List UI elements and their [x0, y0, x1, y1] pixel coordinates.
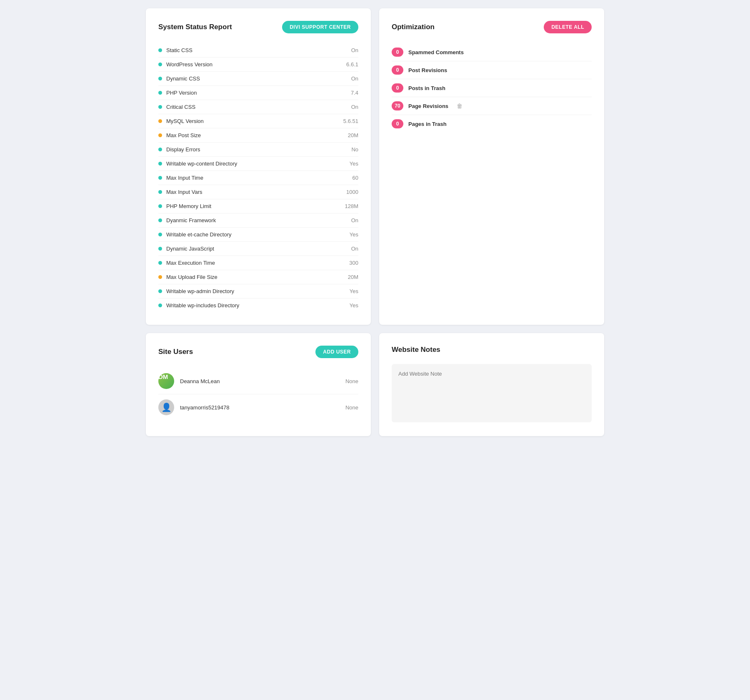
status-row: Dynamic CSS On [158, 72, 358, 86]
add-user-button[interactable]: ADD USER [315, 346, 358, 358]
site-users-title: Site Users [158, 348, 193, 356]
status-left: Dynamic CSS [158, 75, 200, 82]
optimization-header: Optimization DELETE ALL [392, 21, 592, 33]
status-value: 128M [345, 203, 358, 209]
status-row: Writable wp-admin Directory Yes [158, 284, 358, 299]
user-name: Deanna McLean [180, 378, 340, 384]
status-left: Max Execution Time [158, 260, 215, 266]
status-value: 6.6.1 [346, 61, 358, 68]
status-row: PHP Version 7.4 [158, 86, 358, 100]
website-notes-input[interactable] [392, 364, 592, 422]
optimization-row: 0 Post Revisions [392, 61, 592, 79]
status-dot [158, 304, 162, 307]
status-value: Yes [350, 302, 358, 309]
opt-label: Post Revisions [408, 67, 447, 73]
system-status-title: System Status Report [158, 23, 232, 31]
optimization-card: Optimization DELETE ALL 0 Spammed Commen… [379, 8, 604, 325]
status-left: Critical CSS [158, 104, 195, 110]
divi-support-center-button[interactable]: DIVI SUPPORT CENTER [282, 21, 358, 33]
status-label: Max Execution Time [166, 260, 215, 266]
optimization-list: 0 Spammed Comments 0 Post Revisions 0 Po… [392, 43, 592, 133]
status-row: WordPress Version 6.6.1 [158, 58, 358, 72]
status-value: 5.6.51 [343, 118, 358, 124]
status-label: PHP Version [166, 90, 197, 96]
status-label: Static CSS [166, 47, 192, 53]
optimization-row: 70 Page Revisions 🗑 [392, 97, 592, 115]
status-row: Writable wp-content Directory Yes [158, 157, 358, 171]
opt-label: Posts in Trash [408, 85, 445, 91]
status-value: On [351, 217, 358, 223]
status-label: Max Input Time [166, 175, 203, 181]
status-row: Critical CSS On [158, 100, 358, 114]
opt-label: Page Revisions [408, 103, 448, 109]
site-users-header: Site Users ADD USER [158, 346, 358, 358]
status-value: On [351, 104, 358, 110]
website-notes-card: Website Notes [379, 333, 604, 436]
status-dot [158, 289, 162, 293]
status-label: Writable et-cache Directory [166, 231, 232, 238]
status-left: Writable wp-content Directory [158, 161, 237, 167]
status-value: 60 [352, 175, 358, 181]
status-value: On [351, 47, 358, 53]
optimization-title: Optimization [392, 23, 435, 31]
status-label: PHP Memory Limit [166, 203, 211, 209]
status-row: Max Post Size 20M [158, 128, 358, 143]
status-dot [158, 162, 162, 166]
status-value: No [351, 146, 358, 153]
status-label: Dyanmic Framework [166, 217, 216, 223]
status-value: 1000 [346, 189, 358, 195]
status-dot [158, 91, 162, 95]
status-dot [158, 247, 162, 251]
status-left: Writable wp-admin Directory [158, 288, 234, 294]
status-label: Writable wp-includes Directory [166, 302, 239, 309]
status-value: 20M [348, 274, 358, 280]
status-dot [158, 261, 162, 265]
status-dot [158, 275, 162, 279]
status-label: Max Input Vars [166, 189, 202, 195]
status-row: Writable et-cache Directory Yes [158, 228, 358, 242]
system-status-header: System Status Report DIVI SUPPORT CENTER [158, 21, 358, 33]
status-left: Writable et-cache Directory [158, 231, 232, 238]
opt-count-badge: 0 [392, 48, 403, 57]
opt-count-badge: 70 [392, 101, 403, 110]
trash-icon[interactable]: 🗑 [457, 103, 462, 109]
optimization-row: 0 Spammed Comments [392, 43, 592, 61]
status-value: On [351, 75, 358, 82]
users-list: DM Deanna McLean None 👤 tanyamorris52194… [158, 368, 358, 420]
status-dot [158, 190, 162, 194]
status-label: Display Errors [166, 146, 200, 153]
status-left: Max Input Time [158, 175, 203, 181]
status-row: Max Input Vars 1000 [158, 185, 358, 199]
website-notes-header: Website Notes [392, 346, 592, 354]
opt-count-badge: 0 [392, 119, 403, 128]
opt-count-badge: 0 [392, 83, 403, 93]
status-label: MySQL Version [166, 118, 204, 124]
user-row: DM Deanna McLean None [158, 368, 358, 394]
user-role: None [345, 378, 358, 384]
status-dot [158, 176, 162, 180]
system-status-card: System Status Report DIVI SUPPORT CENTER… [146, 8, 371, 325]
status-row: Writable wp-includes Directory Yes [158, 299, 358, 312]
user-row: 👤 tanyamorris5219478 None [158, 394, 358, 420]
status-left: Max Input Vars [158, 189, 202, 195]
status-dot [158, 119, 162, 123]
status-label: Dynamic CSS [166, 75, 200, 82]
status-left: Max Post Size [158, 132, 201, 138]
avatar-container: 👤 [158, 399, 174, 415]
status-value: 20M [348, 132, 358, 138]
status-dot [158, 63, 162, 66]
website-notes-title: Website Notes [392, 346, 440, 354]
status-row: Max Input Time 60 [158, 171, 358, 185]
status-left: Display Errors [158, 146, 200, 153]
status-dot [158, 148, 162, 151]
status-label: Critical CSS [166, 104, 195, 110]
status-dot [158, 105, 162, 109]
status-left: PHP Memory Limit [158, 203, 211, 209]
status-label: Max Post Size [166, 132, 201, 138]
avatar-container: DM [158, 373, 174, 389]
status-value: On [351, 246, 358, 252]
optimization-row: 0 Pages in Trash [392, 115, 592, 133]
status-row: Static CSS On [158, 43, 358, 58]
delete-all-button[interactable]: DELETE ALL [544, 21, 592, 33]
status-left: Dynamic JavaScript [158, 246, 214, 252]
